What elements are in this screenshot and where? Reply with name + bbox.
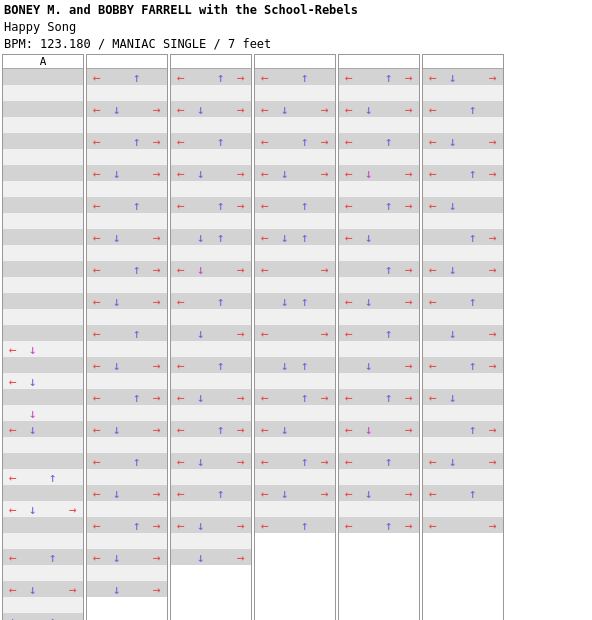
- lane-4: ←·↑→ ···· ←↓·→ ···· ←·↑· ···· ←↓·→ ···· …: [338, 54, 420, 620]
- song-subtitle: Happy Song: [4, 19, 588, 36]
- lane-0-label: A: [3, 55, 83, 69]
- lane-3-label: [255, 55, 335, 69]
- lane-3: ←·↑· ···· ←↓·→ ···· ←·↑→ ···· ←↓·→ ···· …: [254, 54, 336, 620]
- song-title: BONEY M. and BOBBY FARRELL with the Scho…: [4, 2, 588, 19]
- lane-0: A ···· ···· ···· ···· ···· ···· ···· ···…: [2, 54, 84, 620]
- lane-5-label: [423, 55, 503, 69]
- lane-1: ←·↑· ···· ←↓·→ ···· ←·↑→ ···· ←↓·→ ···· …: [86, 54, 168, 620]
- lane-2: ←·↑→ ···· ←↓·→ ···· ←·↑· ···· ←↓·→ ···· …: [170, 54, 252, 620]
- lane-1-label: [87, 55, 167, 69]
- lane-5: ←↓·→ ···· ←·↑· ···· ←↓·→ ···· ←·↑→ ···· …: [422, 54, 504, 620]
- header: BONEY M. and BOBBY FARRELL with the Scho…: [0, 0, 592, 54]
- lane-2-label: [171, 55, 251, 69]
- bpm-info: BPM: 123.180 / MANIAC SINGLE / 7 feet: [4, 36, 588, 53]
- lane-4-label: [339, 55, 419, 69]
- chart-area: A ···· ···· ···· ···· ···· ···· ···· ···…: [0, 54, 592, 620]
